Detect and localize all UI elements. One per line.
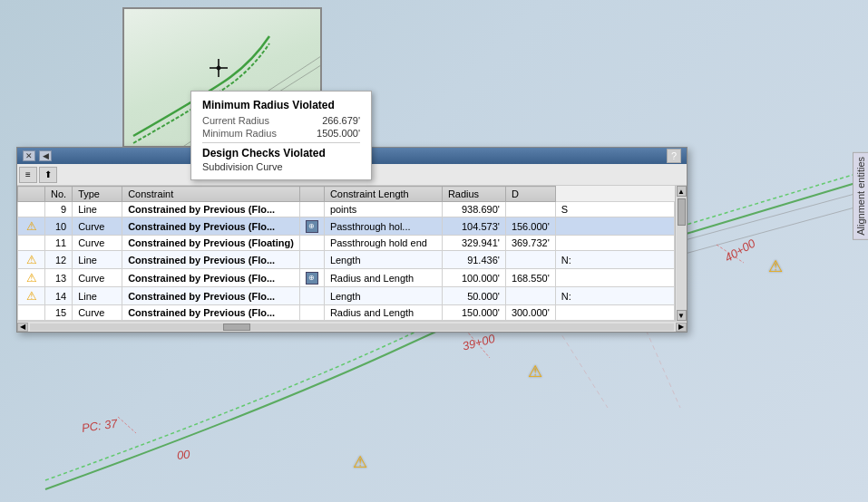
table-wrapper: No. Type Constraint Constraint Length Ra…	[17, 186, 687, 321]
cell-no: 12	[45, 251, 73, 269]
col-header-constraint-detail: Constraint Length	[324, 187, 442, 202]
cell-radius: 168.550'	[505, 269, 555, 287]
cell-length: 104.573'	[442, 217, 505, 236]
cell-d: N:	[555, 251, 674, 269]
cell-d	[555, 217, 674, 236]
cell-warning	[18, 305, 45, 321]
table-container: No. Type Constraint Constraint Length Ra…	[17, 186, 675, 321]
cell-length: 50.000'	[442, 287, 505, 305]
toolbar-btn-2[interactable]: ⬆	[39, 167, 57, 183]
tooltip-value-current-radius: 266.679'	[322, 115, 360, 126]
cell-warning	[18, 202, 45, 217]
tooltip-row-current-radius: Current Radius 266.679'	[202, 115, 360, 126]
col-header-no	[18, 187, 45, 202]
warning-triangle-2: ⚠	[524, 361, 546, 382]
cell-type: Line	[73, 287, 122, 305]
cell-radius: 300.000'	[505, 305, 555, 321]
cell-d: S	[555, 202, 674, 217]
cell-warning: ⚠	[18, 251, 45, 269]
tooltip-divider	[202, 142, 360, 143]
scroll-down-btn[interactable]: ▼	[677, 310, 687, 321]
cell-radius: 369.732'	[505, 236, 555, 251]
toolbar-btn-1[interactable]: ≡	[19, 167, 37, 183]
cell-constraint-detail: Length	[324, 287, 442, 305]
col-header-constraint: Constraint	[122, 187, 300, 202]
scroll-left-btn[interactable]: ◀	[17, 323, 28, 332]
cell-constraint-detail: Passthrough hold end	[324, 236, 442, 251]
cell-radius	[505, 287, 555, 305]
scroll-up-btn[interactable]: ▲	[677, 186, 687, 197]
col-header-d: D	[505, 187, 555, 202]
cell-constraint: Constrained by Previous (Flo...	[122, 202, 300, 217]
tooltip-subtitle: Subdivision Curve	[202, 161, 360, 172]
alignment-entities-label: Alignment entities	[853, 152, 868, 240]
tooltip-value-min-radius: 1505.000'	[317, 128, 360, 139]
cell-length: 329.941'	[442, 236, 505, 251]
horizontal-scrollbar[interactable]: ◀ ▶	[17, 321, 687, 332]
cell-length: 938.690'	[442, 202, 505, 217]
panel-pin-btn[interactable]: ◀	[39, 150, 52, 161]
data-table: No. Type Constraint Constraint Length Ra…	[17, 186, 675, 321]
cad-annotation-00: 00	[176, 448, 190, 462]
table-header-row: No. Type Constraint Constraint Length Ra…	[18, 187, 675, 202]
cell-no: 13	[45, 269, 73, 287]
scroll-track-h[interactable]	[30, 323, 674, 331]
cell-radius	[505, 202, 555, 217]
cell-constraint-detail: Length	[324, 251, 442, 269]
vertical-scrollbar[interactable]: ▲ ▼	[675, 186, 687, 321]
tooltip-label-min-radius: Minimum Radius	[202, 128, 302, 139]
cell-length: 100.000'	[442, 269, 505, 287]
col-header-type: Type	[73, 187, 122, 202]
help-button[interactable]: ?	[667, 149, 681, 163]
table-row[interactable]: ⚠12LineConstrained by Previous (Flo...Le…	[18, 251, 675, 269]
panel-close-btn[interactable]: ✕	[23, 150, 35, 161]
col-header-icon	[299, 187, 324, 202]
cell-no: 9	[45, 202, 73, 217]
cell-constraint: Constrained by Previous (Floating)	[122, 236, 300, 251]
cell-type: Curve	[73, 305, 122, 321]
cell-icon	[299, 236, 324, 251]
cell-d	[555, 236, 674, 251]
col-header-radius: Radius	[442, 187, 505, 202]
table-row[interactable]: 11CurveConstrained by Previous (Floating…	[18, 236, 675, 251]
cell-type: Curve	[73, 236, 122, 251]
cell-constraint-detail: points	[324, 202, 442, 217]
tooltip-row-min-radius: Minimum Radius 1505.000'	[202, 128, 360, 139]
cell-icon	[299, 202, 324, 217]
cell-d	[555, 269, 674, 287]
cell-icon	[299, 305, 324, 321]
cell-no: 11	[45, 236, 73, 251]
warning-triangle-3: ⚠	[349, 451, 371, 473]
scroll-track[interactable]	[677, 197, 687, 310]
cell-length: 150.000'	[442, 305, 505, 321]
cell-type: Curve	[73, 269, 122, 287]
cell-no: 14	[45, 287, 73, 305]
cell-d	[555, 305, 674, 321]
table-row[interactable]: ⚠10CurveConstrained by Previous (Flo...⊕…	[18, 217, 675, 236]
col-header-no-num: No.	[45, 187, 73, 202]
table-row[interactable]: ⚠13CurveConstrained by Previous (Flo...⊕…	[18, 269, 675, 287]
tooltip-title: Minimum Radius Violated	[202, 99, 360, 111]
panel-titlebar-left: ✕ ◀	[23, 150, 52, 161]
warning-triangle-1: ⚠	[765, 256, 786, 277]
cell-constraint-detail: Radius and Length	[324, 269, 442, 287]
cell-type: Line	[73, 202, 122, 217]
table-body: 9LineConstrained by Previous (Flo...poin…	[18, 202, 675, 321]
cell-radius	[505, 251, 555, 269]
cell-constraint: Constrained by Previous (Flo...	[122, 217, 300, 236]
cell-warning: ⚠	[18, 217, 45, 236]
table-row[interactable]: 15CurveConstrained by Previous (Flo...Ra…	[18, 305, 675, 321]
cell-type: Curve	[73, 217, 122, 236]
table-row[interactable]: 9LineConstrained by Previous (Flo...poin…	[18, 202, 675, 217]
cell-no: 10	[45, 217, 73, 236]
tooltip-section-title: Design Checks Violated	[202, 147, 360, 159]
scroll-thumb-h[interactable]	[223, 323, 250, 331]
scroll-right-btn[interactable]: ▶	[676, 323, 687, 332]
cell-constraint: Constrained by Previous (Flo...	[122, 287, 300, 305]
cell-constraint: Constrained by Previous (Flo...	[122, 251, 300, 269]
cell-icon	[299, 287, 324, 305]
cell-no: 15	[45, 305, 73, 321]
scroll-thumb[interactable]	[678, 198, 686, 226]
table-row[interactable]: ⚠14LineConstrained by Previous (Flo...Le…	[18, 287, 675, 305]
cell-d: N:	[555, 287, 674, 305]
